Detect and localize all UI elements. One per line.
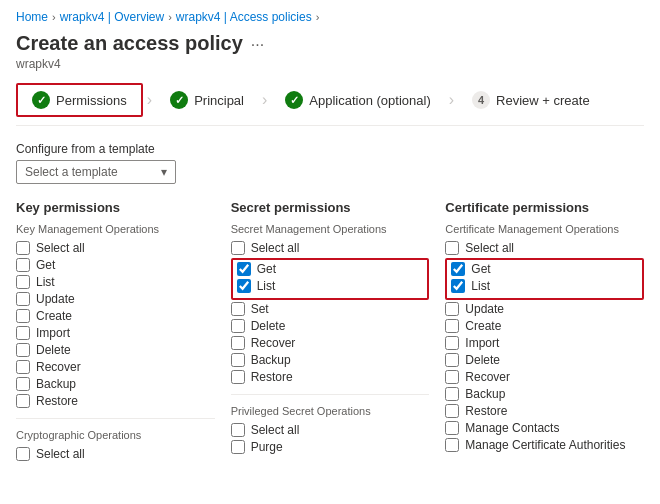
secret-backup-label: Backup — [251, 353, 291, 367]
secret-set-label: Set — [251, 302, 269, 316]
secret-recover[interactable]: Recover — [231, 336, 430, 350]
key-select-all-checkbox[interactable] — [16, 241, 30, 255]
cert-import-label: Import — [465, 336, 499, 350]
cert-delete[interactable]: Delete — [445, 353, 644, 367]
key-restore-checkbox[interactable] — [16, 394, 30, 408]
cert-recover-label: Recover — [465, 370, 510, 384]
key-create-checkbox[interactable] — [16, 309, 30, 323]
cert-manage-contacts-checkbox[interactable] — [445, 421, 459, 435]
application-check-icon: ✓ — [285, 91, 303, 109]
secret-restore-checkbox[interactable] — [231, 370, 245, 384]
tab-permissions[interactable]: ✓ Permissions — [16, 83, 143, 117]
key-import-label: Import — [36, 326, 70, 340]
key-crypto-select-all[interactable]: Select all — [16, 447, 215, 461]
breadcrumb-access-policies[interactable]: wrapkv4 | Access policies — [176, 10, 312, 24]
secret-get[interactable]: Get — [237, 262, 424, 276]
template-label: Configure from a template — [16, 142, 644, 156]
cert-list[interactable]: List — [451, 279, 638, 293]
key-get-label: Get — [36, 258, 55, 272]
key-create[interactable]: Create — [16, 309, 215, 323]
key-import-checkbox[interactable] — [16, 326, 30, 340]
cert-restore-checkbox[interactable] — [445, 404, 459, 418]
secret-purge-checkbox[interactable] — [231, 440, 245, 454]
key-recover-checkbox[interactable] — [16, 360, 30, 374]
cert-create[interactable]: Create — [445, 319, 644, 333]
secret-select-all-checkbox[interactable] — [231, 241, 245, 255]
cert-manage-ca-checkbox[interactable] — [445, 438, 459, 452]
cert-update-checkbox[interactable] — [445, 302, 459, 316]
secret-backup-checkbox[interactable] — [231, 353, 245, 367]
cert-manage-contacts[interactable]: Manage Contacts — [445, 421, 644, 435]
cert-delete-checkbox[interactable] — [445, 353, 459, 367]
key-delete[interactable]: Delete — [16, 343, 215, 357]
cert-recover[interactable]: Recover — [445, 370, 644, 384]
cert-import[interactable]: Import — [445, 336, 644, 350]
secret-priv-select-all-label: Select all — [251, 423, 300, 437]
key-list[interactable]: List — [16, 275, 215, 289]
secret-restore[interactable]: Restore — [231, 370, 430, 384]
secret-delete[interactable]: Delete — [231, 319, 430, 333]
certificate-permissions-title: Certificate permissions — [445, 200, 644, 215]
key-delete-checkbox[interactable] — [16, 343, 30, 357]
cert-get[interactable]: Get — [451, 262, 638, 276]
key-create-label: Create — [36, 309, 72, 323]
key-backup-checkbox[interactable] — [16, 377, 30, 391]
cert-select-all-checkbox[interactable] — [445, 241, 459, 255]
key-update[interactable]: Update — [16, 292, 215, 306]
tab-application[interactable]: ✓ Application (optional) — [271, 85, 444, 115]
cert-get-checkbox[interactable] — [451, 262, 465, 276]
secret-select-all[interactable]: Select all — [231, 241, 430, 255]
key-restore[interactable]: Restore — [16, 394, 215, 408]
key-recover[interactable]: Recover — [16, 360, 215, 374]
tab-principal[interactable]: ✓ Principal — [156, 85, 258, 115]
cert-manage-certificate-authorities[interactable]: Manage Certificate Authorities — [445, 438, 644, 452]
template-select-dropdown[interactable]: Select a template ▾ — [16, 160, 176, 184]
secret-list[interactable]: List — [237, 279, 424, 293]
secret-delete-checkbox[interactable] — [231, 319, 245, 333]
cert-create-checkbox[interactable] — [445, 319, 459, 333]
secret-purge[interactable]: Purge — [231, 440, 430, 454]
cert-list-checkbox[interactable] — [451, 279, 465, 293]
secret-recover-checkbox[interactable] — [231, 336, 245, 350]
key-list-checkbox[interactable] — [16, 275, 30, 289]
chevron-down-icon: ▾ — [161, 165, 167, 179]
cert-backup-checkbox[interactable] — [445, 387, 459, 401]
key-permissions-col: Key permissions Key Management Operation… — [16, 200, 215, 464]
secret-list-checkbox[interactable] — [237, 279, 251, 293]
key-get[interactable]: Get — [16, 258, 215, 272]
secret-privileged-label: Privileged Secret Operations — [231, 405, 430, 417]
key-select-all[interactable]: Select all — [16, 241, 215, 255]
cert-manage-ca-label: Manage Certificate Authorities — [465, 438, 625, 452]
key-get-checkbox[interactable] — [16, 258, 30, 272]
key-backup[interactable]: Backup — [16, 377, 215, 391]
cert-backup[interactable]: Backup — [445, 387, 644, 401]
key-recover-label: Recover — [36, 360, 81, 374]
secret-select-all-label: Select all — [251, 241, 300, 255]
secret-set-checkbox[interactable] — [231, 302, 245, 316]
cert-update[interactable]: Update — [445, 302, 644, 316]
tab-sep-3: › — [445, 91, 458, 109]
secret-get-checkbox[interactable] — [237, 262, 251, 276]
cert-import-checkbox[interactable] — [445, 336, 459, 350]
secret-backup[interactable]: Backup — [231, 353, 430, 367]
key-delete-label: Delete — [36, 343, 71, 357]
key-import[interactable]: Import — [16, 326, 215, 340]
cert-recover-checkbox[interactable] — [445, 370, 459, 384]
key-update-label: Update — [36, 292, 75, 306]
secret-priv-select-all[interactable]: Select all — [231, 423, 430, 437]
key-update-checkbox[interactable] — [16, 292, 30, 306]
more-options-icon[interactable]: ··· — [251, 36, 264, 54]
breadcrumb-home[interactable]: Home — [16, 10, 48, 24]
cert-select-all[interactable]: Select all — [445, 241, 644, 255]
cert-restore[interactable]: Restore — [445, 404, 644, 418]
page-subtitle: wrapkv4 — [16, 57, 644, 71]
tab-application-label: Application (optional) — [309, 93, 430, 108]
secret-priv-select-all-checkbox[interactable] — [231, 423, 245, 437]
secret-get-list-group: Get List — [231, 258, 430, 300]
breadcrumb-overview[interactable]: wrapkv4 | Overview — [60, 10, 164, 24]
secret-set[interactable]: Set — [231, 302, 430, 316]
key-crypto-select-all-checkbox[interactable] — [16, 447, 30, 461]
template-section: Configure from a template Select a templ… — [16, 142, 644, 184]
tab-review[interactable]: 4 Review + create — [458, 85, 604, 115]
breadcrumb: Home › wrapkv4 | Overview › wrapkv4 | Ac… — [16, 10, 644, 24]
